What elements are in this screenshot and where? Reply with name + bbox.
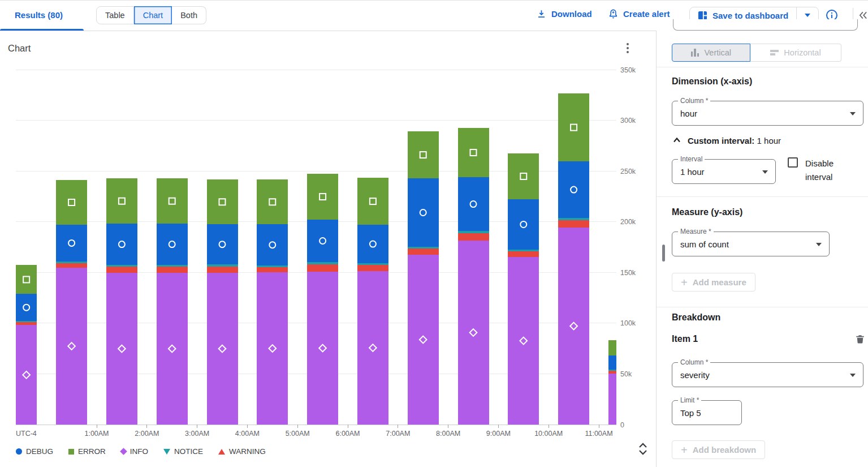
view-toggle-table[interactable]: Table [96, 6, 134, 24]
legend-item-warning[interactable]: WARNING [218, 447, 266, 456]
delete-trash-icon[interactable] [855, 333, 865, 345]
bar-segment-error[interactable] [106, 178, 137, 224]
bar-segment-error[interactable] [458, 128, 489, 177]
chevron-up-icon [672, 135, 682, 145]
collapse-panel-icon[interactable] [858, 8, 868, 22]
add-breakdown-button[interactable]: + Add breakdown [672, 440, 765, 459]
bar-segment-debug[interactable] [458, 177, 489, 231]
bar-segment-error[interactable] [56, 180, 87, 225]
bar-segment-info[interactable] [257, 272, 288, 425]
bar-segment-notice[interactable] [157, 265, 188, 267]
view-toggle-chart[interactable]: Chart [134, 6, 172, 24]
bar-segment-error[interactable] [257, 179, 288, 224]
bar-segment-info[interactable] [558, 228, 589, 425]
legend-item-error[interactable]: ERROR [68, 447, 106, 456]
orientation-horizontal-button[interactable]: Horizontal [750, 44, 841, 62]
bar-segment-warning[interactable] [558, 220, 589, 228]
bar-segment-warning[interactable] [56, 263, 87, 268]
measure-select[interactable]: Measure * sum of count [672, 232, 830, 256]
resize-chart-unfold-icon[interactable] [637, 442, 649, 456]
panel-scrollbar-thumb[interactable] [662, 245, 665, 262]
bar-segment-info[interactable] [307, 272, 338, 425]
bar-segment-error[interactable] [357, 178, 388, 225]
bar-segment-debug[interactable] [357, 225, 388, 263]
view-toggle-both[interactable]: Both [172, 6, 206, 24]
dashboard-icon [698, 11, 707, 20]
bar-segment-debug[interactable] [157, 224, 188, 265]
bar-segment-debug[interactable] [408, 178, 439, 247]
bar-segment-warning[interactable] [16, 322, 37, 325]
add-measure-button[interactable]: + Add measure [672, 273, 755, 292]
bar-segment-warning[interactable] [408, 249, 439, 255]
custom-interval-row[interactable]: Custom interval: 1 hour [672, 135, 781, 145]
bar-segment-notice[interactable] [357, 263, 388, 265]
breakdown-limit-field[interactable]: Limit * Top 5 [672, 400, 742, 425]
bar-segment-error[interactable] [207, 179, 238, 224]
bar-segment-warning[interactable] [508, 251, 539, 257]
bar-segment-info[interactable] [608, 374, 616, 425]
bar-segment-notice[interactable] [408, 247, 439, 249]
orientation-vertical-button[interactable]: Vertical [672, 44, 750, 62]
bar-segment-debug[interactable] [56, 225, 87, 262]
bar-segment-notice[interactable] [207, 264, 238, 267]
interval-select[interactable]: Interval 1 hour [672, 159, 776, 184]
x-axis-label: 9:00AM [486, 430, 511, 438]
bar-segment-warning[interactable] [458, 233, 489, 241]
legend-item-notice[interactable]: NOTICE [163, 447, 203, 456]
bar-segment-notice[interactable] [558, 218, 589, 220]
bar-segment-warning[interactable] [207, 267, 238, 273]
bar-segment-debug[interactable] [608, 355, 616, 370]
bar-segment-notice[interactable] [608, 370, 616, 371]
dimension-column-select[interactable]: Column * hour [672, 101, 863, 126]
legend-item-debug[interactable]: DEBUG [16, 447, 53, 456]
bar-segment-notice[interactable] [106, 265, 137, 267]
bar-segment-debug[interactable] [257, 224, 288, 265]
legend-item-info[interactable]: INFO [121, 447, 148, 456]
bar-segment-warning[interactable] [357, 265, 388, 271]
bar-segment-error[interactable] [408, 131, 439, 178]
chart-legend: DEBUGERRORINFONOTICEWARNING [16, 447, 281, 456]
bar-segment-notice[interactable] [257, 265, 288, 267]
bar-segment-error[interactable] [16, 265, 37, 294]
add-measure-label: Add measure [693, 277, 746, 287]
disable-interval-checkbox[interactable] [788, 157, 798, 168]
bar-segment-info[interactable] [157, 273, 188, 425]
bar-segment-info[interactable] [56, 268, 87, 425]
bar-segment-warning[interactable] [608, 371, 616, 374]
bar-segment-debug[interactable] [106, 224, 137, 265]
bar-segment-info[interactable] [106, 273, 137, 425]
tab-results[interactable]: Results (80) [15, 10, 63, 20]
breakdown-column-select[interactable]: Column * severity [672, 362, 863, 387]
bar-segment-info[interactable] [458, 241, 489, 425]
bar-segment-notice[interactable] [56, 262, 87, 263]
bar-segment-error[interactable] [558, 93, 589, 161]
bar-segment-info[interactable] [408, 255, 439, 425]
bar-segment-warning[interactable] [157, 267, 188, 273]
bar-segment-info[interactable] [508, 257, 539, 425]
legend-label: ERROR [78, 447, 106, 456]
bar-segment-debug[interactable] [16, 294, 37, 320]
create-alert-button[interactable]: Create alert [608, 8, 670, 19]
bar-segment-notice[interactable] [16, 321, 37, 323]
bar-segment-debug[interactable] [307, 220, 338, 262]
bar-segment-debug[interactable] [558, 161, 589, 218]
bar-segment-error[interactable] [608, 340, 616, 355]
bar-segment-error[interactable] [307, 174, 338, 220]
bar-segment-info[interactable] [207, 273, 238, 425]
bar-segment-notice[interactable] [508, 250, 539, 251]
bar-segment-error[interactable] [508, 153, 539, 199]
bar-segment-warning[interactable] [307, 264, 338, 272]
bar-segment-notice[interactable] [307, 262, 338, 264]
y-axis-label: 350k [620, 66, 636, 74]
bar-segment-notice[interactable] [458, 231, 489, 233]
bar-segment-warning[interactable] [257, 267, 288, 272]
download-button[interactable]: Download [536, 8, 592, 19]
bar-segment-debug[interactable] [508, 199, 539, 250]
bar-segment-debug[interactable] [207, 224, 238, 264]
bar-segment-info[interactable] [357, 271, 388, 425]
dimension-column-label: Column * [678, 97, 710, 105]
bar-segment-info[interactable] [16, 325, 37, 425]
bar-segment-error[interactable] [157, 178, 188, 224]
chart-type-field-clipped[interactable] [673, 19, 858, 31]
bar-segment-warning[interactable] [106, 267, 137, 273]
